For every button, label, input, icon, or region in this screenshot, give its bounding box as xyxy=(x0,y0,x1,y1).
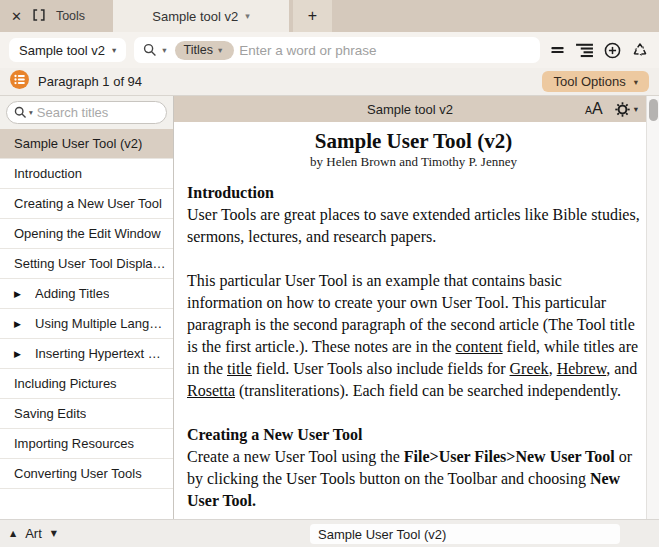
paragraph-list-icon[interactable] xyxy=(10,70,29,93)
art-zone-label: Art xyxy=(25,526,42,541)
sidebar-item[interactable]: Saving Edits xyxy=(0,399,173,429)
art-zone-button[interactable]: ▲ Art ▼ xyxy=(10,526,57,541)
sidebar-item-label: Introduction xyxy=(14,166,82,181)
settings-button[interactable]: ▾ xyxy=(615,102,638,117)
sidebar-item-label: Adding Titles xyxy=(35,286,109,301)
sidebar-item[interactable]: ▶Inserting Hypertext Links xyxy=(0,339,173,369)
text-run: (transliterations). Each field can be se… xyxy=(235,382,621,399)
tool-options-button[interactable]: Tool Options ▾ xyxy=(542,71,649,92)
sidebar-item-label: Setting User Tool Display P... xyxy=(14,256,167,271)
sidebar-item-label: Saving Edits xyxy=(14,406,86,421)
search-icon xyxy=(14,106,27,119)
sidebar-search-box[interactable]: ▾ xyxy=(6,101,167,124)
article-title: Sample User Tool (v2) xyxy=(187,128,640,154)
paragraph-counter: Paragraph 1 of 94 xyxy=(38,74,142,89)
sidebar-item[interactable]: Importing Resources xyxy=(0,429,173,459)
tab-sample-tool[interactable]: Sample tool v2 ▾ xyxy=(113,0,289,32)
tab-label: Sample tool v2 xyxy=(152,9,238,24)
chevron-down-icon: ▾ xyxy=(634,77,638,87)
search-field[interactable]: ▾ Titles ▾ xyxy=(134,37,540,63)
content-pane: Sample tool v2 A A xyxy=(174,96,659,519)
triangle-up-icon[interactable]: ▲ xyxy=(10,529,16,538)
sidebar-item-label: Using Multiple Languages xyxy=(35,316,167,331)
tool-selector-dropdown[interactable]: Sample tool v2 ▾ xyxy=(9,38,126,62)
sidebar-item[interactable]: Creating a New User Tool xyxy=(0,189,173,219)
triangle-down-icon[interactable]: ▼ xyxy=(51,529,57,538)
outline-view-button[interactable] xyxy=(576,43,593,58)
sidebar-item-label: Including Pictures xyxy=(14,376,117,391)
disclosure-triangle-icon[interactable]: ▶ xyxy=(14,349,35,359)
article-paragraph: User Tools are great places to save exte… xyxy=(187,204,640,248)
sidebar-item[interactable]: ▶Adding Titles xyxy=(0,279,173,309)
sidebar-item[interactable]: Setting User Tool Display P... xyxy=(0,249,173,279)
chevron-down-icon[interactable]: ▾ xyxy=(29,108,33,117)
search-toolbar: Sample tool v2 ▾ ▾ Titles ▾ xyxy=(0,32,659,68)
sidebar-item[interactable]: Sample User Tool (v2) xyxy=(0,129,173,159)
search-titles-input[interactable] xyxy=(37,105,159,120)
sidebar-item-label: Creating a New User Tool xyxy=(14,196,162,211)
field-term: Rosetta xyxy=(187,382,235,399)
field-term: Hebrew xyxy=(557,360,607,377)
large-a-icon: A xyxy=(592,100,603,118)
sidebar-item-label: Importing Resources xyxy=(14,436,134,451)
text-run: User Tools are great places to save exte… xyxy=(187,206,640,245)
chevron-down-icon[interactable]: ▾ xyxy=(162,45,166,55)
chevron-down-icon: ▾ xyxy=(634,104,638,114)
chevron-down-icon: ▾ xyxy=(112,45,116,55)
disclosure-triangle-icon[interactable]: ▶ xyxy=(14,289,35,299)
article-byline: by Helen Brown and Timothy P. Jenney xyxy=(187,154,640,170)
article-body: IntroductionUser Tools are great places … xyxy=(187,182,640,512)
chevron-down-icon[interactable]: ▾ xyxy=(245,11,250,21)
search-input[interactable] xyxy=(239,43,531,58)
window-controls: ✕ Tools xyxy=(0,0,113,32)
tab-bar: ✕ Tools Sample tool v2 ▾ + xyxy=(0,0,659,32)
tool-options-label: Tool Options xyxy=(553,74,625,89)
workspace-zone-label: Tools xyxy=(56,9,85,23)
scope-pill-label: Titles xyxy=(184,43,213,57)
search-icon[interactable] xyxy=(143,43,157,57)
sidebar-item-label: Converting User Tools xyxy=(14,466,142,481)
scrollbar-track[interactable] xyxy=(646,96,659,519)
article-view: Sample User Tool (v2) by Helen Brown and… xyxy=(174,122,646,519)
field-term: content xyxy=(456,338,503,355)
expand-icon[interactable] xyxy=(33,9,45,23)
sidebar-item-label: Sample User Tool (v2) xyxy=(14,136,142,151)
toolbar-actions xyxy=(548,42,650,59)
pane-header-actions: A A ▾ xyxy=(585,100,638,118)
text-run: File>User Files>New User Tool xyxy=(404,448,615,465)
small-a-icon: A xyxy=(585,104,592,116)
chevron-down-icon: ▾ xyxy=(218,45,222,55)
text-run: field. User Tools also include fields fo… xyxy=(252,360,510,377)
field-term: Greek xyxy=(510,360,549,377)
text-run: Create a new User Tool using the xyxy=(187,448,404,465)
add-circle-button[interactable] xyxy=(604,42,621,59)
pane-header: Sample tool v2 A A xyxy=(174,96,646,122)
pane-title: Sample tool v2 xyxy=(174,102,646,117)
sidebar-item[interactable]: Converting User Tools xyxy=(0,459,173,489)
paragraph-spacer xyxy=(187,402,640,424)
text-size-button[interactable]: A A xyxy=(585,100,603,118)
new-tab-button[interactable]: + xyxy=(293,0,332,32)
sidebar-item[interactable]: Introduction xyxy=(0,159,173,189)
sidebar-search-area: ▾ xyxy=(0,96,173,129)
close-icon[interactable]: ✕ xyxy=(11,10,22,23)
sidebar-item[interactable]: ▶Using Multiple Languages xyxy=(0,309,173,339)
sidebar-item-label: Inserting Hypertext Links xyxy=(35,346,167,361)
field-term: title xyxy=(227,360,252,377)
recycle-button[interactable] xyxy=(632,42,648,58)
titles-sidebar: ▾ Sample User Tool (v2)IntroductionCreat… xyxy=(0,96,174,519)
current-title-field[interactable] xyxy=(310,524,620,544)
equals-button[interactable] xyxy=(550,43,565,57)
article-heading: Creating a New User Tool xyxy=(187,424,640,446)
article-paragraph: Create a new User Tool using the File>Us… xyxy=(187,446,640,512)
sidebar-item[interactable]: Including Pictures xyxy=(0,369,173,399)
scrollbar-thumb[interactable] xyxy=(649,99,658,121)
accordance-window: ✕ Tools Sample tool v2 ▾ + Sample tool v… xyxy=(0,0,659,547)
sidebar-item[interactable]: Opening the Edit Window xyxy=(0,219,173,249)
text-run: , and xyxy=(606,360,637,377)
status-bar: Paragraph 1 of 94 Tool Options ▾ xyxy=(0,68,659,96)
scope-pill-titles[interactable]: Titles ▾ xyxy=(175,41,235,60)
disclosure-triangle-icon[interactable]: ▶ xyxy=(14,319,35,329)
bottom-bar: ▲ Art ▼ xyxy=(0,519,659,547)
main-area: ▾ Sample User Tool (v2)IntroductionCreat… xyxy=(0,96,659,519)
